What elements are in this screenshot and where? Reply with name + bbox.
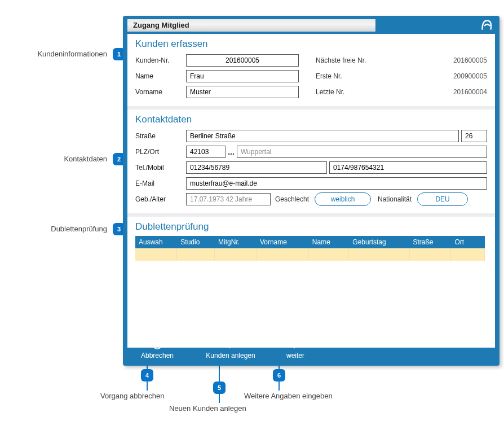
stat-last-value: 201600004 <box>436 88 487 96</box>
dub-th-5[interactable]: Geburtstag <box>349 236 409 248</box>
app-window: Zugang Mitglied Kunden erfassen Kunden-N… <box>123 16 499 366</box>
plz-lookup-button[interactable]: ... <box>226 148 237 156</box>
stat-next-label: Nächste freie Nr. <box>316 56 383 64</box>
tel-input[interactable] <box>186 161 327 174</box>
abbrechen-button[interactable]: Abbrechen <box>132 338 183 359</box>
dub-th-0[interactable]: Auswah <box>135 236 177 248</box>
stat-last-label: Letzte Nr. <box>316 88 383 96</box>
section-dubletten-title: Dublettenprüfung <box>135 221 487 233</box>
chevron-right-icon <box>289 338 302 350</box>
nationalitaet-label: Nationalität <box>378 195 412 203</box>
dub-th-4[interactable]: Name <box>308 236 348 248</box>
hausnr-input[interactable] <box>461 130 487 142</box>
callout-4-connector-2 <box>147 381 148 391</box>
section-kunden-title: Kunden erfassen <box>135 38 487 50</box>
callout-4-label: Vorgang abbrechen <box>100 392 164 400</box>
geschlecht-pill[interactable]: weiblich <box>315 192 371 206</box>
dub-th-6[interactable]: Straße <box>409 236 451 248</box>
callout-4-number: 4 <box>141 369 153 381</box>
ort-input[interactable] <box>237 146 487 158</box>
geb-label: Geb./Alter <box>135 195 186 203</box>
kundennr-label: Kunden-Nr. <box>135 56 186 64</box>
section-dubletten: Dublettenprüfung Auswah Studio MitgNr. V… <box>127 217 495 266</box>
email-input[interactable] <box>186 177 487 190</box>
svg-line-1 <box>154 341 161 348</box>
dub-th-7[interactable]: Ort <box>451 236 485 248</box>
callout-6-label: Weitere Angaben eingeben <box>244 392 333 400</box>
callout-5-label: Neuen Kunden anlegen <box>169 404 246 413</box>
callout-2-label: Kontaktdaten <box>0 155 107 163</box>
strasse-label: Straße <box>135 132 186 140</box>
plz-input[interactable] <box>186 146 226 158</box>
kunden-anlegen-button[interactable]: Kunden anlegen <box>205 338 256 359</box>
footer-actions: Abbrechen Kunden anlegen weiter <box>123 332 499 366</box>
app-logo-icon <box>478 17 494 32</box>
callout-6-number: 6 <box>273 369 285 381</box>
vorname-label: Vorname <box>135 88 186 96</box>
cancel-icon <box>151 338 163 350</box>
dub-row-empty <box>135 248 485 261</box>
name-label: Name <box>135 72 186 80</box>
check-icon <box>224 338 237 350</box>
plz-label: PLZ/Ort <box>135 148 186 156</box>
stat-first-value: 200900005 <box>436 72 487 80</box>
dub-th-1[interactable]: Studio <box>177 236 215 248</box>
nationalitaet-pill[interactable]: DEU <box>417 192 468 206</box>
name-input[interactable] <box>186 70 299 82</box>
geb-input[interactable] <box>186 193 271 205</box>
callout-5-number: 5 <box>213 381 226 394</box>
callout-1-label: Kundeninformationen <box>0 50 107 58</box>
kunden-anlegen-label: Kunden anlegen <box>206 352 255 359</box>
weiter-button[interactable]: weiter <box>278 338 312 359</box>
tel-label: Tel./Mobil <box>135 164 186 172</box>
kundennr-input[interactable] <box>186 54 299 67</box>
section-kontakt-title: Kontaktdaten <box>135 114 487 125</box>
stat-first-label: Erste Nr. <box>316 72 383 80</box>
dubletten-table: Auswah Studio MitgNr. Vorname Name Gebur… <box>135 236 485 261</box>
stat-next-value: 201600005 <box>436 56 487 64</box>
callout-5-connector-2 <box>219 394 220 403</box>
vorname-input[interactable] <box>186 86 299 98</box>
weiter-label: weiter <box>286 352 304 359</box>
window-title: Zugang Mitglied <box>127 19 375 32</box>
dub-th-3[interactable]: Vorname <box>256 236 308 248</box>
dub-th-2[interactable]: MitgNr. <box>215 236 257 248</box>
content-area: Kunden erfassen Kunden-Nr. Nächste freie… <box>127 34 495 348</box>
email-label: E-Mail <box>135 179 186 187</box>
callout-3-label: Dublettenprüfung <box>0 225 107 233</box>
mobil-input[interactable] <box>329 161 487 174</box>
callout-6-connector-2 <box>278 381 280 391</box>
abbrechen-label: Abbrechen <box>141 352 174 359</box>
geschlecht-label: Geschlecht <box>275 195 309 203</box>
strasse-input[interactable] <box>186 130 459 142</box>
section-kontakt: Kontaktdaten Straße PLZ/Ort ... Tel./Mob… <box>127 109 495 213</box>
section-kunden: Kunden erfassen Kunden-Nr. Nächste freie… <box>127 34 495 106</box>
